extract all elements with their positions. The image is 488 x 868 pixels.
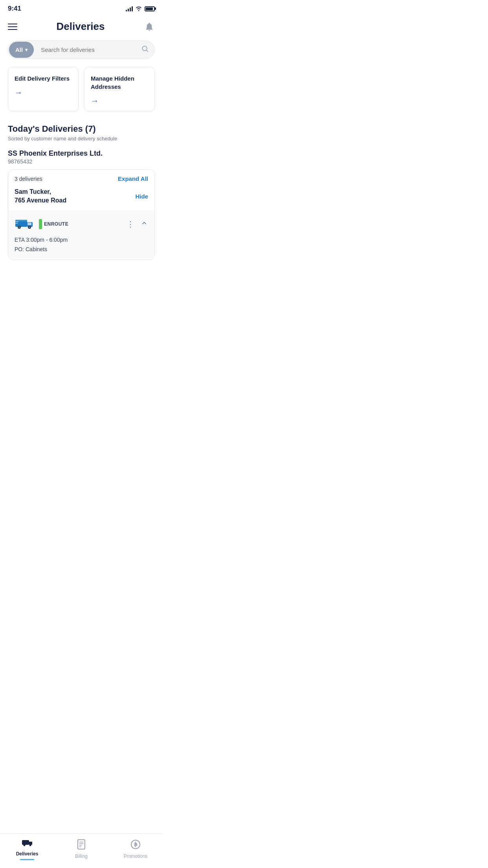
status-dot bbox=[39, 219, 42, 229]
status-bar: 9:41 bbox=[0, 0, 163, 14]
customer-id: 98765432 bbox=[8, 158, 155, 165]
delivery-item-right: ⋮ bbox=[127, 219, 148, 229]
deliveries-section-header: Today's Deliveries (7) Sorted by custome… bbox=[0, 121, 163, 143]
search-input[interactable] bbox=[35, 42, 141, 58]
delivery-item: ENROUTE ⋮ ETA 3:00pm - 6:00pm PO: Cabine… bbox=[8, 211, 154, 260]
truck-icon bbox=[15, 217, 35, 232]
delivery-box: 3 deliveries Expand All Sam Tucker, 765 … bbox=[8, 169, 155, 260]
hide-button[interactable]: Hide bbox=[135, 193, 148, 200]
signal-icon bbox=[126, 6, 133, 11]
delivery-box-header: 3 deliveries Expand All bbox=[8, 170, 154, 186]
bell-icon[interactable] bbox=[144, 21, 155, 32]
page-title: Deliveries bbox=[57, 20, 105, 33]
wifi-icon bbox=[135, 6, 142, 12]
search-bar: All ▾ bbox=[8, 40, 155, 59]
svg-rect-3 bbox=[28, 223, 31, 225]
search-container: All ▾ bbox=[0, 37, 163, 65]
manage-hidden-title: Manage Hidden Addresses bbox=[91, 74, 148, 91]
customer-name: SS Phoenix Enterprises Ltd. bbox=[8, 149, 155, 158]
chevron-down-icon: ▾ bbox=[25, 47, 28, 53]
search-icon bbox=[141, 45, 154, 55]
deliveries-section-subtitle: Sorted by customer name and delivery sch… bbox=[8, 136, 155, 142]
status-badge: ENROUTE bbox=[39, 219, 68, 229]
edit-filters-title: Edit Delivery Filters bbox=[15, 74, 72, 83]
delivery-group: SS Phoenix Enterprises Ltd. 98765432 3 d… bbox=[0, 143, 163, 260]
status-label: ENROUTE bbox=[44, 221, 68, 227]
edit-filters-card[interactable]: Edit Delivery Filters → bbox=[8, 67, 79, 111]
action-cards: Edit Delivery Filters → Manage Hidden Ad… bbox=[0, 65, 163, 121]
svg-rect-4 bbox=[15, 220, 27, 221]
delivery-item-details: ETA 3:00pm - 6:00pm PO: Cabinets bbox=[15, 235, 148, 254]
delivery-address-row: Sam Tucker, 765 Avenue Road Hide bbox=[8, 186, 154, 211]
manage-hidden-card[interactable]: Manage Hidden Addresses → bbox=[84, 67, 155, 111]
collapse-button[interactable] bbox=[140, 219, 148, 229]
address-line1: Sam Tucker, bbox=[15, 188, 66, 196]
expand-all-button[interactable]: Expand All bbox=[118, 175, 148, 182]
header: Deliveries bbox=[0, 14, 163, 37]
svg-point-6 bbox=[18, 226, 20, 228]
battery-icon bbox=[145, 6, 155, 11]
manage-hidden-arrow: → bbox=[91, 96, 148, 105]
delivery-eta: ETA 3:00pm - 6:00pm bbox=[15, 235, 148, 245]
address-line2: 765 Avenue Road bbox=[15, 196, 66, 205]
search-filter-button[interactable]: All ▾ bbox=[9, 42, 34, 58]
deliveries-section-title: Today's Deliveries (7) bbox=[8, 124, 155, 134]
menu-icon[interactable] bbox=[8, 24, 17, 30]
svg-point-8 bbox=[29, 226, 30, 228]
edit-filters-arrow: → bbox=[15, 88, 72, 97]
status-icons bbox=[126, 6, 155, 12]
deliveries-count: 3 deliveries bbox=[15, 176, 42, 182]
status-time: 9:41 bbox=[8, 5, 21, 13]
more-options-button[interactable]: ⋮ bbox=[127, 219, 135, 229]
delivery-item-left: ENROUTE bbox=[15, 217, 68, 232]
delivery-po: PO: Cabinets bbox=[15, 245, 148, 254]
delivery-item-top: ENROUTE ⋮ bbox=[15, 217, 148, 232]
delivery-address: Sam Tucker, 765 Avenue Road bbox=[15, 188, 66, 205]
